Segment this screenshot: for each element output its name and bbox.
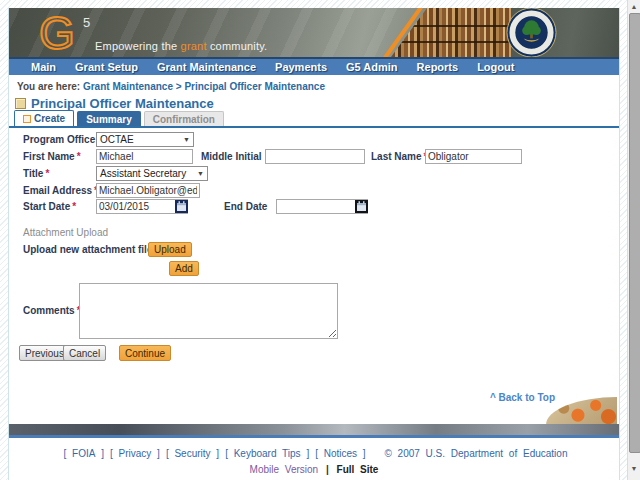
- nav-item-grant-setup[interactable]: Grant Setup: [75, 59, 138, 75]
- footer-links-row: [ FOIA ][ Privacy ][ Security ][ Keyboar…: [9, 448, 619, 459]
- breadcrumb: You are here: Grant Maintenance > Princi…: [17, 81, 325, 92]
- middle-initial-label: Middle Initial: [201, 149, 262, 164]
- department-of-education-seal-icon: [506, 8, 557, 57]
- nav-item-payments[interactable]: Payments: [275, 59, 327, 75]
- start-date-label: Start Date*: [23, 199, 76, 214]
- vertical-scrollbar: ▲ ▼: [627, 0, 640, 480]
- classroom-chairs-image: [546, 397, 617, 425]
- tagline: Empowering the grant community.: [95, 40, 267, 52]
- dropdown-arrow-icon: ▼: [183, 136, 190, 143]
- end-date-field: [276, 199, 370, 214]
- comments-textarea[interactable]: [79, 283, 338, 339]
- scrollbar-thumb[interactable]: [629, 13, 640, 453]
- nav-menu: MainGrant SetupGrant MaintenancePayments…: [31, 59, 514, 75]
- add-button[interactable]: Add: [169, 261, 199, 276]
- end-date-calendar-icon[interactable]: [355, 200, 368, 213]
- breadcrumb-link-grant-maintenance[interactable]: Grant Maintenance: [83, 81, 173, 92]
- nav-item-g5-admin[interactable]: G5 Admin: [346, 59, 398, 75]
- continue-button[interactable]: Continue: [119, 345, 171, 361]
- page-title-text: Principal Officer Maintenance: [31, 96, 214, 111]
- last-name-label: Last Name*: [371, 149, 427, 164]
- footer-link-foia[interactable]: [ FOIA ]: [64, 448, 104, 459]
- tab-confirmation[interactable]: Confirmation: [144, 111, 224, 126]
- email-row: Email Address*: [9, 183, 619, 198]
- nav-item-grant-maintenance[interactable]: Grant Maintenance: [157, 59, 256, 75]
- breadcrumb-link-principal-officer-maintenance[interactable]: Principal Officer Maintenance: [184, 81, 325, 92]
- g5-logo-number: 5: [83, 15, 90, 30]
- nav-item-reports[interactable]: Reports: [417, 59, 459, 75]
- last-name-input[interactable]: [425, 149, 522, 164]
- comments-label: Comments*: [23, 303, 81, 318]
- tagline-highlight: grant: [181, 40, 207, 52]
- nav-item-logout[interactable]: Logout: [477, 59, 514, 75]
- dropdown-arrow-icon: ▼: [197, 170, 204, 177]
- program-office-select[interactable]: OCTAE ▼: [96, 132, 194, 147]
- email-input[interactable]: [96, 183, 200, 198]
- cancel-button[interactable]: Cancel: [63, 345, 106, 361]
- tab-bar: Create Summary Confirmation: [9, 112, 619, 128]
- middle-initial-input[interactable]: [265, 149, 365, 164]
- upload-row: Upload new attachment file:* Upload: [9, 242, 619, 257]
- back-to-top-link[interactable]: ^ Back to Top: [490, 392, 555, 403]
- title-row: Title* Assistant Secretary ▼: [9, 166, 619, 181]
- footer-link-notices[interactable]: [ Notices ]: [315, 448, 365, 459]
- footer-link-security[interactable]: [ Security ]: [166, 448, 219, 459]
- full-site-link[interactable]: Full Site: [337, 464, 379, 475]
- app-header: G 5 Empowering the grant community.: [9, 8, 619, 57]
- copyright-text: © 2007 U.S. Department of Education: [384, 448, 567, 459]
- nav-item-main[interactable]: Main: [31, 59, 56, 75]
- create-tab-icon: [23, 115, 31, 123]
- attachment-section-title: Attachment Upload: [23, 227, 108, 238]
- upload-button[interactable]: Upload: [148, 242, 192, 257]
- title-label: Title*: [23, 166, 49, 181]
- main-nav: MainGrant SetupGrant MaintenancePayments…: [9, 57, 619, 75]
- footer-link-privacy[interactable]: [ Privacy ]: [110, 448, 160, 459]
- g5-logo: G: [39, 10, 75, 56]
- tab-create[interactable]: Create: [14, 110, 74, 126]
- title-select[interactable]: Assistant Secretary ▼: [96, 166, 208, 181]
- scrollbar-down-arrow-icon[interactable]: ▼: [628, 464, 640, 474]
- mobile-version-link[interactable]: Mobile Version: [250, 464, 319, 475]
- footer-link-keyboard-tips[interactable]: [ Keyboard Tips ]: [225, 448, 309, 459]
- program-office-label: Program Office*: [23, 132, 101, 147]
- first-name-input[interactable]: [96, 149, 193, 164]
- name-row: First Name* Middle Initial Last Name*: [9, 149, 619, 164]
- breadcrumb-separator: >: [176, 81, 182, 92]
- page-content: G 5 Empowering the grant community. Main…: [8, 8, 620, 480]
- page-title: Principal Officer Maintenance: [15, 96, 214, 111]
- footer-version-row: Mobile Version | Full Site: [9, 464, 619, 475]
- date-row: Start Date* End Date: [9, 199, 619, 214]
- upload-file-label: Upload new attachment file:*: [23, 242, 160, 257]
- footer-links: [ FOIA ][ Privacy ][ Security ][ Keyboar…: [61, 448, 369, 459]
- first-name-label: First Name*: [23, 149, 81, 164]
- program-office-value: OCTAE: [100, 134, 134, 145]
- email-label: Email Address*: [23, 183, 98, 198]
- title-value: Assistant Secretary: [100, 168, 186, 179]
- end-date-label: End Date: [224, 199, 267, 214]
- scrollbar-up-arrow-icon[interactable]: ▲: [628, 2, 640, 12]
- tab-summary[interactable]: Summary: [77, 111, 141, 126]
- tagline-prefix: Empowering the: [95, 40, 177, 52]
- footer-divider-bar: [9, 424, 619, 438]
- window-icon: [15, 98, 26, 109]
- tab-create-label: Create: [34, 113, 65, 124]
- program-office-row: Program Office* OCTAE ▼: [9, 132, 619, 147]
- start-date-calendar-icon[interactable]: [175, 200, 188, 213]
- breadcrumb-prefix: You are here:: [17, 81, 80, 92]
- footer-pipe-separator: |: [326, 464, 329, 475]
- start-date-field: [96, 199, 190, 214]
- tagline-suffix: community.: [210, 40, 267, 52]
